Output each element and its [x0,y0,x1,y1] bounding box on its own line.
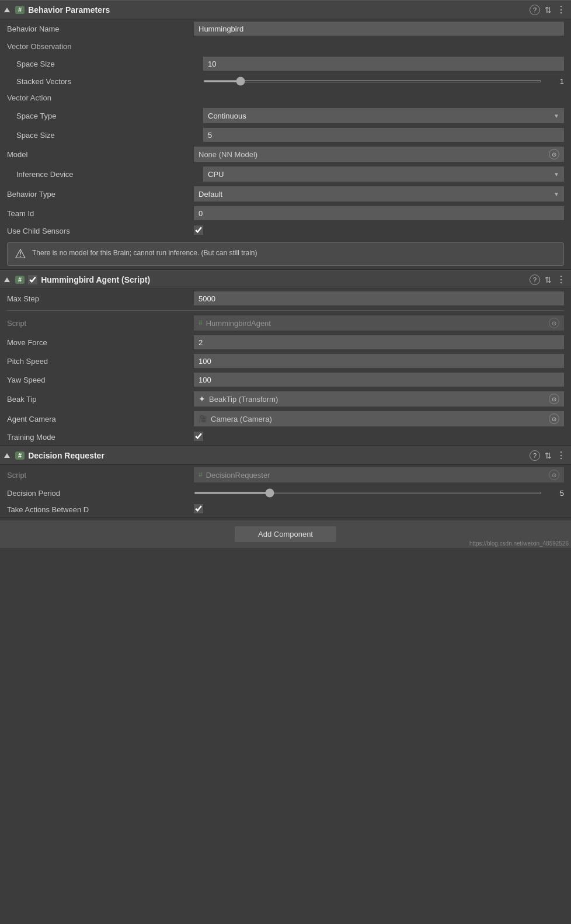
decision-sliders-icon[interactable]: ⇅ [545,451,552,460]
pitch-speed-value [194,354,564,368]
model-select-btn[interactable]: ⊙ [549,149,559,159]
collapse-triangle-decision-icon[interactable] [4,453,10,458]
vector-action-label: Vector Action [7,93,194,102]
behavior-type-select[interactable]: Default HeuristicOnly InferenceOnly [194,186,564,202]
hash-badge-behavior: # [15,6,25,14]
hummingbird-agent-panel: # Hummingbird Agent (Script) ? ⇅ ⋮ Max S… [0,270,571,446]
beak-tip-row: Beak Tip ✦ BeakTip (Transform) ⊙ [0,389,571,409]
decision-period-number: 5 [546,489,564,498]
yaw-speed-label: Yaw Speed [7,376,194,384]
behavior-name-input[interactable] [194,22,564,36]
training-mode-label: Training Mode [7,433,194,442]
collapse-triangle-agent-icon[interactable] [4,277,10,282]
vector-action-row: Vector Action [0,89,571,106]
take-actions-label: Take Actions Between D [7,505,194,514]
decision-period-row: Decision Period 5 [0,485,571,501]
behavior-name-row: Behavior Name [0,19,571,38]
max-step-label: Max Step [7,294,194,303]
vector-observation-label: Vector Observation [7,42,194,51]
camera-select-btn[interactable]: ⊙ [549,414,559,424]
behavior-type-row: Behavior Type Default HeuristicOnly Infe… [0,184,571,204]
beak-tip-label: Beak Tip [7,395,194,404]
warning-text: There is no model for this Brain; cannot… [32,248,257,258]
behavior-parameters-panel: # Behavior Parameters ? ⇅ ⋮ Behavior Nam… [0,0,571,270]
beak-tip-icon: ✦ [199,394,206,404]
move-force-input[interactable] [194,335,564,349]
training-mode-row: Training Mode [0,429,571,445]
training-mode-checkbox[interactable] [194,432,203,441]
team-id-row: Team Id [0,204,571,223]
obs-space-size-row: Space Size [0,54,571,73]
inference-device-select[interactable]: CPU GPU [203,166,564,182]
decision-requester-title: Decision Requester [28,451,526,460]
stacked-vectors-slider[interactable] [203,80,542,82]
behavior-parameters-header: # Behavior Parameters ? ⇅ ⋮ [0,0,571,19]
action-space-size-input[interactable] [203,128,564,142]
use-child-sensors-checkbox[interactable] [194,225,203,235]
inference-device-value: CPU GPU [203,166,564,182]
model-row: Model None (NN Model) ⊙ [0,144,571,164]
space-type-row: Space Type Continuous Discrete [0,106,571,126]
max-step-input[interactable] [194,291,564,305]
space-type-label: Space Type [16,112,203,120]
decision-period-value: 5 [194,489,564,498]
agent-dots-menu-icon[interactable]: ⋮ [556,274,566,285]
decision-help-icon[interactable]: ? [530,450,540,461]
agent-sliders-icon[interactable]: ⇅ [545,275,552,284]
warning-icon: ⚠ [15,248,26,260]
pitch-speed-input[interactable] [194,354,564,368]
hummingbird-agent-icons: ? ⇅ ⋮ [530,274,566,285]
agent-enabled-checkbox[interactable] [28,275,37,284]
watermark-text: https://blog.csdn.net/weixin_48592526 [469,540,569,547]
decision-script-value: # DecisionRequester ⊙ [194,467,564,482]
dots-menu-icon[interactable]: ⋮ [556,4,566,15]
agent-camera-row: Agent Camera 🎥 Camera (Camera) ⊙ [0,409,571,429]
team-id-input[interactable] [194,206,564,220]
agent-script-label: Script [7,319,194,328]
decision-dots-menu-icon[interactable]: ⋮ [556,450,566,461]
collapse-triangle-icon[interactable] [4,8,10,12]
behavior-type-value: Default HeuristicOnly InferenceOnly [194,186,564,202]
beak-tip-select-btn[interactable]: ⊙ [549,394,559,404]
add-component-button[interactable]: Add Component [235,526,336,542]
script-hash-icon: # [199,319,203,327]
take-actions-checkbox[interactable] [194,504,203,513]
vector-observation-row: Vector Observation [0,38,571,54]
decision-requester-header: # Decision Requester ? ⇅ ⋮ [0,446,571,465]
divider-agent [7,310,564,311]
behavior-name-value [194,22,564,36]
help-icon[interactable]: ? [530,5,540,15]
move-force-value [194,335,564,349]
stacked-vectors-number: 1 [546,77,564,86]
decision-period-label: Decision Period [7,489,194,498]
sliders-icon[interactable]: ⇅ [545,5,552,15]
camera-icon: 🎥 [199,415,207,423]
obs-space-size-input[interactable] [203,57,564,71]
beak-tip-text: BeakTip (Transform) [209,395,545,404]
agent-help-icon[interactable]: ? [530,275,540,285]
inference-device-row: Inference Device CPU GPU [0,164,571,184]
stacked-vectors-row: Stacked Vectors 1 [0,73,571,89]
obs-space-size-label: Space Size [16,60,203,68]
decision-period-slider[interactable] [194,492,542,494]
team-id-label: Team Id [7,209,194,218]
model-label: Model [7,150,194,159]
agent-camera-text: Camera (Camera) [211,415,545,423]
behavior-parameters-title: Behavior Parameters [28,5,526,15]
decision-script-label: Script [7,471,194,480]
hummingbird-agent-header: # Hummingbird Agent (Script) ? ⇅ ⋮ [0,270,571,289]
use-child-sensors-value [194,225,564,237]
agent-script-row: Script # HummingbirdAgent ⊙ [0,313,571,333]
yaw-speed-row: Yaw Speed [0,370,571,389]
yaw-speed-input[interactable] [194,373,564,387]
pitch-speed-label: Pitch Speed [7,357,194,366]
space-type-select[interactable]: Continuous Discrete [203,108,564,123]
agent-script-name: HummingbirdAgent [206,319,545,328]
behavior-parameters-icons: ? ⇅ ⋮ [530,4,566,15]
add-component-bar: Add Component https://blog.csdn.net/weix… [0,520,571,548]
agent-script-select-btn[interactable]: ⊙ [549,318,559,328]
agent-camera-label: Agent Camera [7,415,194,423]
decision-requester-icons: ? ⇅ ⋮ [530,450,566,461]
model-text: None (NN Model) [199,150,549,159]
decision-script-select-btn[interactable]: ⊙ [549,470,559,480]
